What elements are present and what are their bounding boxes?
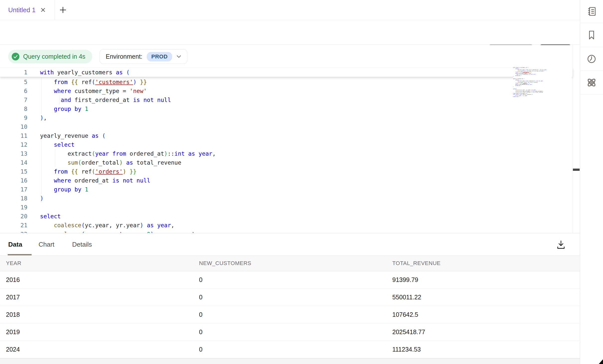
code-line: 12 select	[0, 140, 573, 149]
sticky-line: 1with yearly_customers as (	[0, 68, 573, 77]
tab-data[interactable]: Data	[8, 233, 22, 256]
line-number: 17	[0, 185, 40, 194]
code-line: 9),	[0, 113, 573, 122]
bookmark-icon	[586, 30, 597, 41]
table-row: 20180107642.5	[0, 306, 580, 323]
code-line: 8 group by 1	[0, 104, 573, 113]
corner-resize-handle[interactable]	[599, 359, 603, 364]
table-cell: 2018	[0, 311, 193, 318]
code-text: extract(year from ordered_at)::int as ye…	[40, 149, 216, 158]
environment-label: Environment:	[106, 53, 142, 60]
table-cell: 550011.22	[386, 294, 580, 301]
code-line: 11yearly_revenue as (	[0, 131, 573, 140]
line-number: 13	[0, 149, 40, 158]
tab-chart[interactable]: Chart	[39, 233, 54, 256]
code-text: group by 1	[40, 185, 88, 194]
line-number: 11	[0, 131, 40, 140]
line-number: 22	[0, 230, 40, 233]
code-line: 14 sum(order_total) as total_revenue	[0, 158, 573, 167]
code-text: select	[40, 212, 61, 221]
sidebar-item-mesh[interactable]	[580, 71, 603, 94]
code-line: 21 coalesce(yc.year, yr.year) as year,	[0, 221, 573, 230]
environment-value-badge: PROD	[147, 52, 172, 61]
minimap-line: order by 1	[513, 96, 572, 97]
table-cell: 111234.53	[386, 346, 580, 353]
query-status-text: Query completed in 4s	[23, 53, 85, 60]
table-cell: 0	[193, 294, 386, 301]
code-text: )	[40, 194, 44, 203]
table-cell: 91399.79	[386, 276, 580, 283]
table-cell: 0	[193, 276, 386, 283]
table-cell: 0	[193, 328, 386, 336]
line-number: 18	[0, 194, 40, 203]
code-line: 20select	[0, 212, 573, 221]
tab-label: Untitled 1	[8, 6, 36, 14]
code-line: 1with yearly_customers as (	[0, 68, 573, 77]
code-line: 5 from {{ ref('customers') }}	[0, 78, 573, 87]
line-number: 8	[0, 104, 40, 113]
code-line: 17 group by 1	[0, 185, 573, 194]
code-line: 15 from {{ ref('orders') }}	[0, 167, 573, 176]
chevron-down-icon	[177, 55, 181, 58]
code-text: where ordered_at is not null	[40, 176, 150, 185]
document-tab-bar: Untitled 1	[0, 0, 580, 20]
sidebar-item-history[interactable]	[580, 47, 603, 71]
table-row: 201902025418.77	[0, 323, 580, 341]
table-cell: 2019	[0, 328, 193, 336]
sidebar-item-bookmarks[interactable]	[580, 23, 603, 47]
results-panel: Data Chart Details YEAR NEW_CUSTOMERS TO…	[0, 233, 580, 364]
sql-editor-panel[interactable]: Query completed in 4s Environment: PROD …	[0, 45, 580, 233]
plus-icon	[59, 6, 66, 13]
environment-selector[interactable]: Environment: PROD	[100, 49, 187, 64]
notebook-icon	[586, 6, 597, 17]
scrollbar-thumb[interactable]	[573, 169, 580, 171]
new-tab-button[interactable]	[59, 6, 67, 14]
tab-details-label: Details	[72, 241, 92, 248]
download-icon	[556, 239, 566, 250]
download-results-button[interactable]	[556, 239, 566, 250]
table-row: 20170550011.22	[0, 289, 580, 306]
code-text: yearly_revenue as (	[40, 131, 105, 140]
editor-toolbar: Develop Run	[0, 20, 580, 45]
line-number: 21	[0, 221, 40, 230]
check-circle-icon	[12, 53, 19, 60]
sidebar-item-notebook[interactable]	[580, 0, 603, 23]
code-text: group by 1	[40, 104, 88, 113]
tab-untitled-1[interactable]: Untitled 1	[0, 0, 46, 20]
table-cell: 107642.5	[386, 311, 580, 318]
tab-data-label: Data	[8, 241, 22, 248]
tab-close-icon[interactable]	[40, 7, 46, 13]
minimap[interactable]: with yearly_customers as ( select extrac…	[513, 67, 572, 142]
code-line: 18)	[0, 194, 573, 203]
table-row: 2016091399.79	[0, 271, 580, 289]
table-cell: 2024	[0, 346, 193, 353]
editor-right-border	[573, 45, 573, 233]
line-number: 7	[0, 95, 40, 104]
code-text: and first_ordered_at is not null	[40, 95, 171, 104]
results-table-body: 2016091399.7920170550011.2220180107642.5…	[0, 271, 580, 358]
code-text: coalesce(yc.new_customers, 0) as new_cus…	[40, 230, 216, 233]
column-header-year: YEAR	[0, 260, 193, 267]
code-line: 19	[0, 203, 573, 212]
horizontal-scrollbar[interactable]	[0, 358, 580, 364]
line-number: 19	[0, 203, 40, 212]
line-number: 1	[0, 68, 40, 77]
tab-divider	[55, 0, 55, 20]
code-text: with yearly_customers as (	[40, 68, 130, 77]
code-line: 22 coalesce(yc.new_customers, 0) as new_…	[0, 230, 573, 233]
code-text: ),	[40, 113, 47, 122]
line-number: 16	[0, 176, 40, 185]
line-number: 6	[0, 87, 40, 95]
results-tab-bar: Data Chart Details	[0, 233, 580, 256]
tab-details[interactable]: Details	[72, 233, 92, 256]
line-number: 10	[0, 122, 40, 131]
line-number: 5	[0, 78, 40, 87]
table-cell: 0	[193, 346, 386, 353]
code-text: from {{ ref('orders') }}	[40, 167, 137, 176]
tab-chart-label: Chart	[39, 241, 54, 248]
code-text: coalesce(yc.year, yr.year) as year,	[40, 221, 174, 230]
code-line: 7 and first_ordered_at is not null	[0, 95, 573, 104]
code-text: sum(order_total) as total_revenue	[40, 158, 181, 167]
code-lines[interactable]: 5 from {{ ref('customers') }}6 where cus…	[0, 78, 573, 233]
code-line: 16 where ordered_at is not null	[0, 176, 573, 185]
